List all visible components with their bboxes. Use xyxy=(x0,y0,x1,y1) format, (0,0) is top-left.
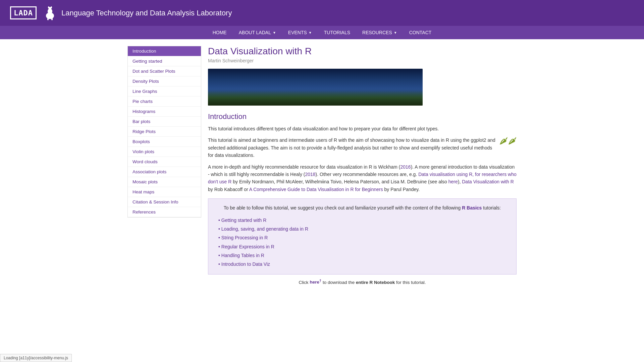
section-heading: Introduction xyxy=(208,112,517,121)
sidebar: IntroductionGetting startedDot and Scatt… xyxy=(127,46,201,285)
info-box-text: To be able to follow this tutorial, we s… xyxy=(215,204,509,212)
info-link[interactable]: Getting started with R xyxy=(221,218,267,223)
sidebar-item-getting-started[interactable]: Getting started xyxy=(128,56,201,66)
info-link[interactable]: Introduction to Data Viz xyxy=(221,261,270,267)
svg-point-7 xyxy=(51,6,52,8)
intro-paragraph-2: 🌶🌶 This tutorial is aimed at beginners a… xyxy=(208,136,517,159)
sidebar-item-bar-plots[interactable]: Bar plots xyxy=(128,117,201,127)
svg-point-6 xyxy=(48,6,49,8)
nav-resources[interactable]: RESOURCES ▼ xyxy=(356,26,403,39)
main-content: Data Visualization with R Martin Schwein… xyxy=(208,46,517,285)
intro-paragraph-3: A more in-depth and highly recommendable… xyxy=(208,163,517,193)
nav-tutorials[interactable]: TUTORIALS xyxy=(318,26,356,39)
sidebar-item-heat-maps[interactable]: Heat maps xyxy=(128,187,201,197)
notebook-download-link[interactable]: here† xyxy=(310,280,323,285)
chili-icon: 🌶🌶 xyxy=(499,136,517,145)
info-box: To be able to follow this tutorial, we s… xyxy=(208,198,517,275)
page-title: Data Visualization with R xyxy=(208,46,517,57)
llama-icon xyxy=(43,4,57,22)
sidebar-item-references[interactable]: References xyxy=(128,207,201,217)
info-link[interactable]: Handling Tables in R xyxy=(221,253,264,258)
svg-rect-2 xyxy=(51,17,53,20)
sidebar-item-pie-charts[interactable]: Pie charts xyxy=(128,97,201,107)
sidebar-item-association-plots[interactable]: Association plots xyxy=(128,167,201,177)
info-link[interactable]: String Processing in R xyxy=(221,235,268,240)
wickham-link[interactable]: 2016 xyxy=(400,164,411,170)
info-links-list: Getting started with RLoading, saving, a… xyxy=(215,216,509,269)
logo-area: LADA Language Technology and Data Analys… xyxy=(10,4,232,22)
logo-text: LADA xyxy=(14,9,33,17)
nav-home[interactable]: HOME xyxy=(207,26,233,39)
site-header: LADA Language Technology and Data Analys… xyxy=(0,0,644,26)
here-link-1[interactable]: here xyxy=(448,179,458,184)
sidebar-item-histograms[interactable]: Histograms xyxy=(128,107,201,117)
events-dropdown-arrow: ▼ xyxy=(309,31,312,35)
logo-box[interactable]: LADA xyxy=(10,6,37,19)
info-link[interactable]: Regular Expressions in R xyxy=(221,244,274,249)
sidebar-item-ridge-plots[interactable]: Ridge Plots xyxy=(128,127,201,137)
sidebar-item-mosaic-plots[interactable]: Mosaic plots xyxy=(128,177,201,187)
resources-dropdown-arrow: ▼ xyxy=(394,31,397,35)
author-name: Martin Schweinberger xyxy=(208,58,517,63)
intro-paragraph-1: This tutorial introduces different types… xyxy=(208,125,517,132)
download-note: Click here† to download the entire R Not… xyxy=(208,279,517,285)
info-link[interactable]: Loading, saving, and generating data in … xyxy=(221,226,308,232)
navigation: HOME ABOUT LADAL ▼ EVENTS ▼ TUTORIALS RE… xyxy=(0,26,644,39)
svg-rect-5 xyxy=(49,7,50,9)
sidebar-item-dot-and-scatter-plots[interactable]: Dot and Scatter Plots xyxy=(128,66,201,76)
sidebar-item-density-plots[interactable]: Density Plots xyxy=(128,76,201,86)
svg-rect-1 xyxy=(47,17,49,20)
sidebar-item-violin-plots[interactable]: Violin plots xyxy=(128,147,201,157)
sidebar-item-citation-session-info[interactable]: Citation & Session Info xyxy=(128,197,201,207)
pandey-link[interactable]: A Comprehensive Guide to Data Visualisat… xyxy=(249,187,383,192)
hero-image xyxy=(208,69,423,106)
healy-link[interactable]: 2018 xyxy=(305,172,315,177)
sidebar-menu: IntroductionGetting startedDot and Scatt… xyxy=(127,46,201,218)
nav-contact[interactable]: CONTACT xyxy=(403,26,438,39)
about-dropdown-arrow: ▼ xyxy=(273,31,276,35)
sidebar-item-boxplots[interactable]: Boxplots xyxy=(128,137,201,147)
sidebar-item-word-clouds[interactable]: Word clouds xyxy=(128,157,201,167)
kabacoff-link[interactable]: Data Visualization with R xyxy=(462,179,514,184)
sidebar-item-line-graphs[interactable]: Line Graphs xyxy=(128,86,201,97)
nav-events[interactable]: EVENTS ▼ xyxy=(282,26,318,39)
page-content: IntroductionGetting startedDot and Scatt… xyxy=(121,46,523,285)
site-title: Language Technology and Data Analysis La… xyxy=(61,9,232,17)
nav-about[interactable]: ABOUT LADAL ▼ xyxy=(233,26,282,39)
sidebar-item-introduction[interactable]: Introduction xyxy=(128,46,201,56)
